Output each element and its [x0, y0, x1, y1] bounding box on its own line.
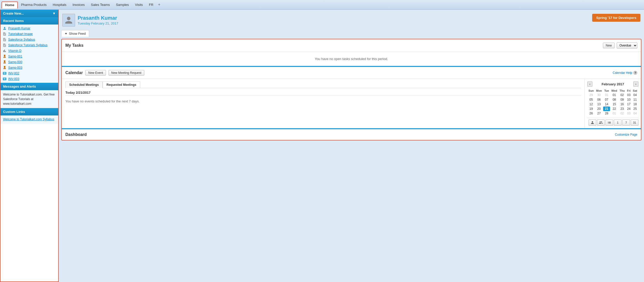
dashboard-section: Dashboard Customize Page	[62, 129, 641, 140]
mini-cal-day[interactable]: 28	[603, 111, 610, 116]
mini-cal-day-header: Sun	[587, 89, 595, 93]
calendar-header-row: Calendar New Event New Meeting Request C…	[62, 67, 641, 79]
recent-item-ri2[interactable]: Tutorialkart Image	[1, 31, 58, 37]
sidebar: Create New... ▼ Recent Items Prasanth Ku…	[0, 10, 59, 282]
mini-cal-day[interactable]: 26	[587, 111, 595, 116]
recent-item-ri3[interactable]: Salesforce Syllabus	[1, 37, 58, 42]
mini-cal-day[interactable]: 29	[587, 93, 595, 97]
cal-view-single-person-button[interactable]	[589, 120, 596, 126]
mini-cal-day[interactable]: 01	[610, 93, 618, 97]
main-content-box: My Tasks New Overdue You have no open ta…	[61, 39, 641, 140]
mini-cal-day[interactable]: 24	[626, 107, 632, 111]
mini-cal-day[interactable]: 05	[587, 97, 595, 102]
meeting-tab-requested[interactable]: Requested Meetings	[103, 81, 140, 88]
recent-item-label: Tutorialkart Image	[8, 32, 33, 36]
nav-item-visits[interactable]: Visits	[132, 2, 146, 8]
new-event-button[interactable]: New Event	[85, 70, 106, 76]
recent-item-ri1[interactable]: Prasanth Kumar	[1, 26, 58, 31]
user-header: Prasanth Kumar Tuesday February 21, 2017…	[61, 12, 641, 28]
tasks-filter-dropdown[interactable]: Overdue	[617, 42, 637, 49]
calendar-help-link[interactable]: Calendar Help ?	[613, 71, 637, 75]
mini-cal-day[interactable]: 25	[632, 107, 638, 111]
mini-cal-prev-button[interactable]: ‹	[587, 81, 592, 87]
mini-cal-day[interactable]: 07	[603, 97, 610, 102]
mini-cal-grid: SunMonTueWedThuFriSat2930310102030405060…	[587, 89, 638, 116]
mini-cal-day[interactable]: 20	[595, 107, 603, 111]
avatar	[62, 14, 75, 27]
spring-badge[interactable]: Spring '17 for Developers	[592, 14, 640, 22]
mini-cal-day[interactable]: 13	[595, 102, 603, 107]
recent-item-label: INV-003	[8, 77, 19, 81]
mini-cal-day[interactable]: 22	[610, 107, 618, 111]
mini-cal-day[interactable]: 09	[618, 97, 626, 102]
cal-view-week-button[interactable]: 7	[622, 120, 630, 126]
mini-cal-day[interactable]: 15	[610, 102, 618, 107]
mini-cal-day[interactable]: 16	[618, 102, 626, 107]
mini-cal-day[interactable]: 08	[610, 97, 618, 102]
customize-page-link[interactable]: Customize Page	[615, 133, 637, 136]
tasks-header-row: My Tasks New Overdue	[62, 39, 641, 52]
mini-cal-day[interactable]: 18	[632, 102, 638, 107]
recent-item-label: Prasanth Kumar	[8, 27, 30, 30]
mini-cal-month-year: February 2017	[602, 82, 624, 86]
nav-item-pharma[interactable]: Pharma Products	[18, 2, 50, 8]
cal-view-month-label: 31	[633, 121, 636, 124]
mini-cal-day[interactable]: 27	[595, 111, 603, 116]
tasks-new-button[interactable]: New	[603, 43, 615, 48]
cal-view-day-button[interactable]: 1	[614, 120, 622, 126]
mini-cal-day[interactable]: 06	[595, 97, 603, 102]
mini-cal-day[interactable]: 21	[603, 107, 610, 111]
nav-item-home[interactable]: Home	[2, 2, 18, 8]
new-meeting-request-button[interactable]: New Meeting Request	[109, 70, 144, 76]
recent-items-list: Prasanth KumarTutorialkart ImageSalesfor…	[1, 25, 58, 83]
custom-link-cl1[interactable]: Welcome to Tutorialkart.com Syllabus	[3, 118, 56, 121]
mini-calendar: ‹ February 2017 › SunMonTueWedThuFriSat2…	[585, 79, 641, 128]
mini-cal-day[interactable]: 10	[626, 97, 632, 102]
mini-cal-day[interactable]: 31	[603, 93, 610, 97]
mini-cal-day[interactable]: 12	[587, 102, 595, 107]
recent-item-ri10[interactable]: INV-003	[1, 76, 58, 82]
create-new-button[interactable]: Create New... ▼	[1, 10, 58, 17]
cal-view-month-button[interactable]: 31	[631, 120, 638, 126]
mini-cal-day[interactable]: 04	[632, 93, 638, 97]
meeting-tab-scheduled[interactable]: Scheduled Meetings	[65, 81, 103, 88]
recent-item-ri6[interactable]: Samp-001	[1, 54, 58, 59]
nav-item-fr[interactable]: FR	[146, 2, 156, 8]
no-events-text: You have no events scheduled for the nex…	[65, 97, 581, 105]
mini-cal-day[interactable]: 14	[603, 102, 610, 107]
tasks-controls: New Overdue	[603, 42, 637, 49]
recent-item-ri9[interactable]: INV-002	[1, 70, 58, 76]
recent-item-ri4[interactable]: Salesforce Tutorials Syllabus	[1, 42, 58, 48]
messages-alerts-text: Welcome to Tutorialkart.com. Get free Sa…	[3, 93, 55, 105]
nav-item-samples[interactable]: Samples	[113, 2, 132, 8]
recent-item-label: Samp-001	[8, 55, 22, 58]
mini-cal-day[interactable]: 02	[618, 93, 626, 97]
mini-cal-day-header: Sat	[632, 89, 638, 93]
nav-plus-button[interactable]: +	[157, 2, 162, 7]
mini-cal-day[interactable]: 02	[618, 111, 626, 116]
mini-cal-day[interactable]: 01	[610, 111, 618, 116]
recent-item-ri7[interactable]: Samp-000	[1, 59, 58, 65]
mini-cal-day[interactable]: 03	[626, 111, 632, 116]
show-feed-button[interactable]: ✦ Show Feed	[61, 30, 89, 37]
nav-item-hospitals[interactable]: Hospitals	[50, 2, 69, 8]
mini-cal-day[interactable]: 19	[587, 107, 595, 111]
recent-item-label: INV-002	[8, 72, 19, 75]
mini-cal-next-button[interactable]: ›	[633, 81, 638, 87]
main-layout: Create New... ▼ Recent Items Prasanth Ku…	[0, 10, 644, 282]
show-feed-label: Show Feed	[69, 32, 86, 36]
nav-item-sales[interactable]: Sales Teams	[88, 2, 113, 8]
cal-view-list-button[interactable]	[605, 120, 613, 126]
mini-cal-day[interactable]: 23	[618, 107, 626, 111]
mini-cal-day[interactable]: 11	[632, 97, 638, 102]
recent-item-ri8[interactable]: Samp-003	[1, 65, 58, 70]
calendar-help-icon: ?	[633, 71, 637, 75]
mini-cal-day[interactable]: 17	[626, 102, 632, 107]
recent-item-ri5[interactable]: Vitamin D	[1, 48, 58, 54]
cal-view-group-button[interactable]	[597, 120, 605, 126]
mini-cal-day[interactable]: 03	[626, 93, 632, 97]
mini-cal-day[interactable]: 04	[632, 111, 638, 116]
calendar-title: Calendar	[65, 70, 83, 75]
nav-item-invoices[interactable]: Invoices	[69, 2, 88, 8]
mini-cal-day[interactable]: 30	[595, 93, 603, 97]
